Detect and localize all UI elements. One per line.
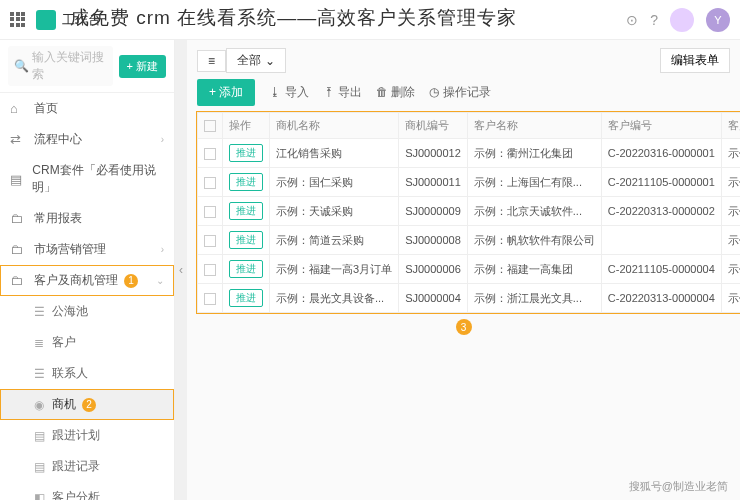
list-view-icon[interactable]: ≡ xyxy=(197,50,226,72)
sidebar-group-customer[interactable]: 🗀 客户及商机管理 1 ⌄ xyxy=(0,265,174,296)
sidebar-subitem[interactable]: ☰联系人 xyxy=(0,358,174,389)
sidebar-collapse[interactable]: ‹ xyxy=(175,40,187,500)
row-checkbox[interactable] xyxy=(204,206,216,218)
sidebar-item[interactable]: ⇄流程中心› xyxy=(0,124,174,155)
edit-form-button[interactable]: 编辑表单 xyxy=(660,48,730,73)
search-input[interactable]: 🔍 输入关键词搜索 xyxy=(8,46,113,86)
footer-credit: 搜狐号@制造业老简 xyxy=(629,479,728,494)
nav-icon: ⇄ xyxy=(10,132,26,147)
search-icon: 🔍 xyxy=(14,59,29,73)
col-header[interactable]: 商机名称 xyxy=(270,113,399,139)
col-header[interactable]: 客户名称 xyxy=(467,113,601,139)
nav-icon: ⌂ xyxy=(10,101,26,116)
sidebar-subitem[interactable]: ☰公海池 xyxy=(0,296,174,327)
sub-icon: ◧ xyxy=(34,491,46,501)
sidebar-item[interactable]: ⌂首页 xyxy=(0,93,174,124)
sidebar-subitem[interactable]: ▤跟进记录 xyxy=(0,451,174,482)
add-button[interactable]: + 添加 xyxy=(197,79,255,106)
main-content: ≡ 全部 ⌄ 编辑表单 + 添加 ⭳ 导入 ⭱ 导出 🗑 删除 ◷ 操作记录 操… xyxy=(187,40,740,500)
sidebar-item[interactable]: ▤CRM套件「必看使用说明」 xyxy=(0,155,174,203)
badge-3: 3 xyxy=(456,319,472,335)
table-row[interactable]: 推进示例：天诚采购SJ0000009示例：北京天诚软件...C-20220313… xyxy=(198,197,741,226)
table-row[interactable]: 推进示例：晨光文具设备...SJ0000004示例：浙江晨光文具...C-202… xyxy=(198,284,741,313)
sub-icon: ▤ xyxy=(34,460,46,474)
sidebar-subitem[interactable]: ▤跟进计划 xyxy=(0,420,174,451)
sidebar-subitem[interactable]: ◧客户分析 xyxy=(0,482,174,500)
sub-icon: ☰ xyxy=(34,367,46,381)
avatar-icon[interactable] xyxy=(670,8,694,32)
sub-icon: ▤ xyxy=(34,429,46,443)
row-checkbox[interactable] xyxy=(204,177,216,189)
row-checkbox[interactable] xyxy=(204,264,216,276)
table-row[interactable]: 推进示例：国仁采购SJ0000011示例：上海国仁有限...C-20211105… xyxy=(198,168,741,197)
export-button[interactable]: ⭱ 导出 xyxy=(323,84,362,101)
advance-button[interactable]: 推进 xyxy=(229,173,263,191)
sub-icon: ☰ xyxy=(34,305,46,319)
table-row[interactable]: 推进示例：简道云采购SJ0000008示例：帆软软件有限公司示例：王立 xyxy=(198,226,741,255)
sidebar-subitem[interactable]: ◉商机2 xyxy=(0,389,174,420)
sidebar-subitem[interactable]: ≣客户 xyxy=(0,327,174,358)
chevron-down-icon: ⌄ xyxy=(265,54,275,68)
banner-text: 成免费 crm 在线看系统——高效客户关系管理专家 xyxy=(70,5,517,31)
user-avatar[interactable]: Y xyxy=(706,8,730,32)
notification-icon[interactable]: ⊙ xyxy=(626,12,638,28)
sidebar: 🔍 输入关键词搜索 + 新建 ⌂首页⇄流程中心›▤CRM套件「必看使用说明」🗀常… xyxy=(0,40,175,500)
badge: 2 xyxy=(82,398,96,412)
nav-icon: ▤ xyxy=(10,172,24,187)
row-checkbox[interactable] xyxy=(204,293,216,305)
delete-button[interactable]: 🗑 删除 xyxy=(376,84,415,101)
advance-button[interactable]: 推进 xyxy=(229,144,263,162)
advance-button[interactable]: 推进 xyxy=(229,202,263,220)
table-row[interactable]: 推进江化销售采购SJ0000012示例：衢州江化集团C-20220316-000… xyxy=(198,139,741,168)
new-button[interactable]: + 新建 xyxy=(119,55,166,78)
table-row[interactable]: 推进示例：福建一高3月订单SJ0000006示例：福建一高集团C-2021110… xyxy=(198,255,741,284)
advance-button[interactable]: 推进 xyxy=(229,231,263,249)
chevron-down-icon: ⌄ xyxy=(156,275,164,286)
log-button[interactable]: ◷ 操作记录 xyxy=(429,84,490,101)
row-checkbox[interactable] xyxy=(204,148,216,160)
header: 工作台 成免费 crm 在线看系统——高效客户关系管理专家 ⊙ ? Y xyxy=(0,0,740,40)
checkbox-all[interactable] xyxy=(204,120,216,132)
col-header[interactable]: 商机编号 xyxy=(399,113,468,139)
nav-icon: 🗀 xyxy=(10,211,26,226)
sidebar-item[interactable]: 🗀常用报表 xyxy=(0,203,174,234)
help-icon[interactable]: ? xyxy=(650,12,658,28)
sub-icon: ≣ xyxy=(34,336,46,350)
col-header[interactable]: 客户联系人 xyxy=(721,113,740,139)
advance-button[interactable]: 推进 xyxy=(229,289,263,307)
col-header[interactable]: 操作 xyxy=(223,113,270,139)
data-table: 操作商机名称商机编号客户名称客户编号客户联系人 推进江化销售采购SJ000001… xyxy=(197,112,740,313)
col-header[interactable]: 客户编号 xyxy=(601,113,721,139)
sub-icon: ◉ xyxy=(34,398,46,412)
sidebar-item[interactable]: 🗀市场营销管理› xyxy=(0,234,174,265)
chevron-icon: › xyxy=(161,134,164,145)
row-checkbox[interactable] xyxy=(204,235,216,247)
advance-button[interactable]: 推进 xyxy=(229,260,263,278)
nav-icon: 🗀 xyxy=(10,242,26,257)
badge-1: 1 xyxy=(124,274,138,288)
folder-icon: 🗀 xyxy=(10,273,26,288)
import-button[interactable]: ⭳ 导入 xyxy=(269,84,308,101)
logo-icon xyxy=(36,10,56,30)
apps-icon[interactable] xyxy=(10,12,26,28)
filter-all[interactable]: 全部 ⌄ xyxy=(226,48,286,73)
chevron-icon: › xyxy=(161,244,164,255)
